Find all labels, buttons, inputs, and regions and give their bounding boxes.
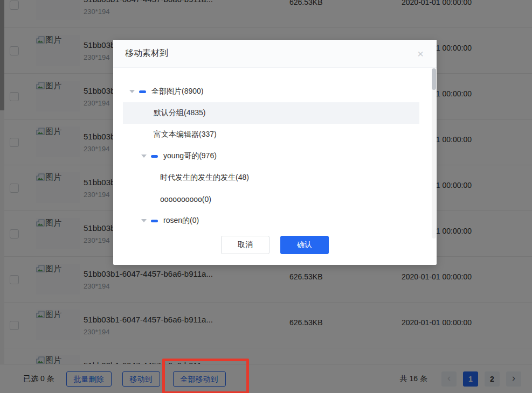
- tree-node-shidai[interactable]: 时代发生的发生的发生(48): [123, 167, 419, 188]
- dialog-scrollbar[interactable]: [432, 68, 436, 238]
- tree-node-young[interactable]: young哥的(976): [123, 145, 419, 167]
- tree-node-rosen[interactable]: rosen的(0): [123, 210, 419, 231]
- indeterminate-checkbox-icon[interactable]: [151, 155, 158, 158]
- tree-node-label: 全部图片(8900): [151, 87, 203, 96]
- cancel-button[interactable]: 取消: [221, 236, 270, 254]
- material-library-screen: 图片 51bb03b1-6047-4457-b6a6-b911a... 230*…: [0, 0, 532, 393]
- move-material-dialog: 移动素材到 × 全部图片(8900) 默认分组(4835) 富文本编辑器(337…: [113, 40, 437, 265]
- tree-node-label: 默认分组(4835): [154, 108, 205, 118]
- tree-node-label: young哥的(976): [163, 151, 217, 161]
- caret-down-icon[interactable]: [141, 219, 147, 222]
- tree-node-label: 时代发生的发生的发生(48): [160, 173, 249, 183]
- close-icon[interactable]: ×: [414, 47, 427, 60]
- caret-down-icon[interactable]: [129, 90, 135, 93]
- tree-node-default-group[interactable]: 默认分组(4835): [123, 102, 419, 124]
- tree-node-richtext-editor[interactable]: 富文本编辑器(337): [123, 124, 419, 145]
- confirm-button[interactable]: 确认: [280, 236, 329, 254]
- tree-node-label: 富文本编辑器(337): [154, 130, 217, 139]
- dialog-title: 移动素材到: [125, 48, 168, 59]
- indeterminate-checkbox-icon[interactable]: [151, 220, 158, 222]
- caret-down-icon[interactable]: [141, 155, 147, 158]
- tree-node-all-images[interactable]: 全部图片(8900): [123, 81, 419, 102]
- tree-node-label: oooooooooo(0): [160, 195, 211, 203]
- dialog-scrollbar-thumb[interactable]: [432, 68, 436, 90]
- group-tree: 全部图片(8900) 默认分组(4835) 富文本编辑器(337) young哥…: [123, 81, 419, 231]
- indeterminate-checkbox-icon[interactable]: [139, 90, 146, 93]
- tree-node-oooo[interactable]: oooooooooo(0): [123, 188, 419, 210]
- tree-node-label: rosen的(0): [163, 216, 199, 226]
- dialog-header: 移动素材到 ×: [113, 40, 437, 68]
